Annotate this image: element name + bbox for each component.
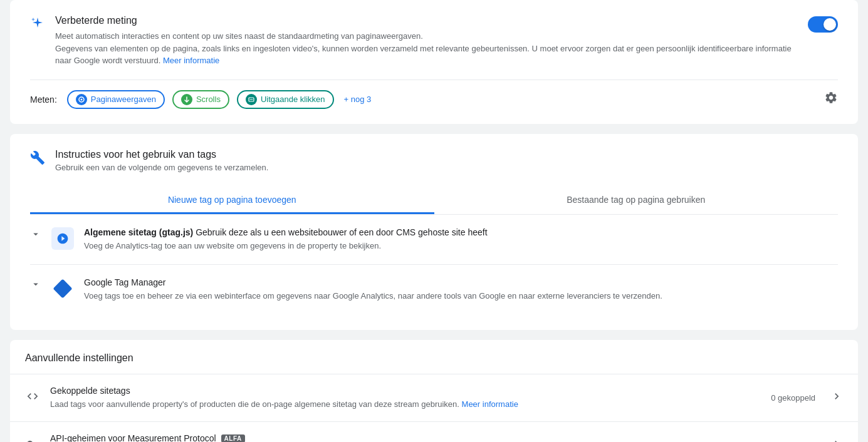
gtm-title: Google Tag Manager	[84, 277, 838, 287]
gtm-diamond	[53, 279, 72, 298]
meten-row: Meten: Paginaweergaven Scrol	[30, 80, 838, 109]
wrench-icon	[30, 150, 45, 169]
pill-label-uitgaande: Uitgaande klikken	[261, 95, 325, 104]
gtm-info: Google Tag Manager Voeg tags toe en behe…	[84, 277, 838, 302]
gtag-title: Algemene sitetag (gtag.js) Gebruik deze …	[84, 227, 838, 237]
chevron-down-icon-gtag[interactable]	[30, 229, 41, 243]
api-title: API-geheimen voor Measurement Protocol A…	[50, 433, 820, 442]
api-title-text: API-geheimen voor Measurement Protocol	[50, 433, 216, 442]
gekoppelde-text: Gekoppelde sitetags Laad tags voor aanvu…	[50, 386, 761, 411]
tab-bestaande-tag[interactable]: Bestaande tag op pagina gebruiken	[434, 187, 839, 214]
desc-line1-text: Meet automatisch interacties en content …	[55, 31, 423, 41]
gtag-title-bold: Algemene sitetag (gtag.js)	[84, 227, 193, 237]
gekoppelde-desc-text: Laad tags voor aanvullende property's of…	[50, 399, 459, 409]
toggle-track	[808, 16, 838, 33]
verbeterde-header: Verbeterde meting Meet automatisch inter…	[30, 15, 838, 67]
gtag-logo	[51, 227, 74, 250]
chevron-right-icon-api	[830, 438, 843, 442]
gtag-title-suffix: Gebruik deze als u een websitebouwer of …	[196, 227, 487, 237]
tag-item-gtag: Algemene sitetag (gtag.js) Gebruik deze …	[30, 215, 838, 265]
chevron-right-icon-gekoppelde	[830, 390, 843, 406]
instructies-desc: Gebruik een van de volgende om gegevens …	[55, 163, 268, 172]
meten-label: Meten:	[30, 95, 57, 105]
gekoppelde-desc: Laad tags voor aanvullende property's of…	[50, 398, 761, 411]
tab-nieuwe-tag[interactable]: Nieuwe tag op pagina toevoegen	[30, 187, 434, 214]
gtm-desc: Voeg tags toe en beheer ze via een webin…	[84, 290, 838, 302]
tabs-row: Nieuwe tag op pagina toevoegen Bestaande…	[30, 187, 838, 215]
verbeterde-meting-toggle[interactable]	[808, 16, 838, 33]
pill-uitgaande-klikken[interactable]: Uitgaande klikken	[237, 90, 334, 109]
setting-row-api[interactable]: API-geheimen voor Measurement Protocol A…	[10, 422, 858, 442]
verbeterde-icon	[30, 16, 45, 35]
gtag-desc: Voeg de Analytics-tag toe aan uw website…	[84, 240, 838, 252]
gekoppelde-count: 0 gekoppeld	[771, 393, 815, 403]
tag-item-gtm: Google Tag Manager Voeg tags toe en behe…	[30, 265, 838, 315]
gekoppelde-code-icon	[25, 390, 40, 406]
gekoppelde-meer-link[interactable]: Meer informatie	[462, 399, 518, 409]
page-wrapper: Verbeterde meting Meet automatisch inter…	[0, 0, 868, 442]
instructies-title: Instructies voor het gebruik van tags	[55, 149, 268, 160]
meer-informatie-link-verbeterde[interactable]: Meer informatie	[163, 56, 219, 65]
aanvullende-title: Aanvullende instellingen	[10, 340, 858, 374]
setting-row-gekoppelde[interactable]: Gekoppelde sitetags Laad tags voor aanvu…	[10, 374, 858, 423]
toggle-knob	[824, 18, 836, 31]
settings-gear-icon[interactable]	[824, 91, 838, 108]
verbeterde-meting-card: Verbeterde meting Meet automatisch inter…	[10, 0, 858, 124]
gtm-logo	[51, 277, 74, 300]
pill-scrolls[interactable]: Scrolls	[172, 90, 229, 109]
pill-label-scrolls: Scrolls	[196, 95, 221, 104]
verbeterde-content: Verbeterde meting Meet automatisch inter…	[55, 15, 798, 67]
instructies-content: Instructies voor het gebruik van tags Ge…	[55, 149, 268, 172]
chevron-down-icon-gtm[interactable]	[30, 279, 41, 293]
aanvullende-section: Aanvullende instellingen Gekoppelde site…	[10, 340, 858, 443]
api-text: API-geheimen voor Measurement Protocol A…	[50, 433, 820, 442]
pill-icon-scrolls	[181, 94, 192, 105]
verbeterde-title: Verbeterde meting	[55, 15, 798, 26]
verbeterde-desc-line1: Meet automatisch interacties en content …	[55, 30, 798, 67]
pill-icon-uitgaande	[246, 94, 257, 105]
meer-link[interactable]: + nog 3	[344, 95, 372, 104]
api-key-icon	[25, 438, 40, 442]
gtag-info: Algemene sitetag (gtag.js) Gebruik deze …	[84, 227, 838, 252]
svg-point-1	[80, 98, 82, 100]
pill-icon-paginaweergaven	[76, 94, 87, 105]
pill-paginaweergaven[interactable]: Paginaweergaven	[67, 90, 165, 109]
instructies-header: Instructies voor het gebruik van tags Ge…	[30, 149, 838, 172]
pill-label-paginaweergaven: Paginaweergaven	[91, 95, 156, 104]
instructies-card: Instructies voor het gebruik van tags Ge…	[10, 134, 858, 330]
gekoppelde-title: Gekoppelde sitetags	[50, 386, 761, 396]
alfa-badge: ALFA	[221, 434, 245, 443]
